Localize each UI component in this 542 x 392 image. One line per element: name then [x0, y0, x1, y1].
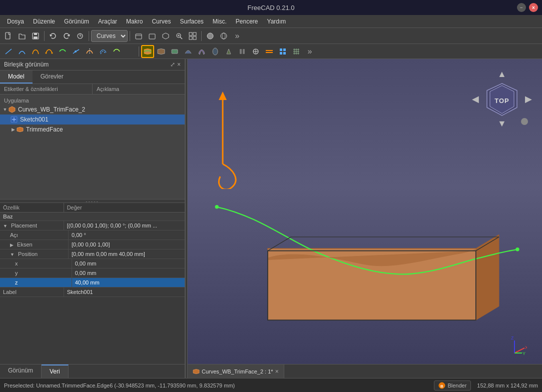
refresh-button[interactable]: [74, 30, 87, 42]
svg-line-20: [6, 49, 12, 54]
view-back[interactable]: [146, 30, 159, 42]
menu-yardim[interactable]: Yardım: [263, 17, 290, 26]
prop-row-y[interactable]: y 0,00 mm: [0, 268, 185, 278]
menu-araclar[interactable]: Araçlar: [94, 17, 121, 26]
svg-point-17: [207, 33, 213, 39]
viewport-tab-trimface[interactable]: Curves_WB_TrimFace_2 : 1* ×: [188, 364, 284, 378]
prop-value-position: [0,00 mm 0,00 mm 40,00 mm]: [69, 250, 185, 258]
nav-cube-label[interactable]: TOP: [494, 97, 509, 104]
curve-extend[interactable]: [56, 45, 69, 58]
zoom-all[interactable]: [173, 30, 186, 42]
new-button[interactable]: [2, 30, 15, 42]
menu-makro[interactable]: Makro: [122, 17, 147, 26]
prop-row-label[interactable]: Label Sketch001: [0, 288, 185, 297]
svg-point-18: [221, 33, 227, 39]
svg-text:X: X: [525, 345, 527, 350]
view-tb-2[interactable]: [249, 45, 262, 58]
selection-view[interactable]: [186, 30, 199, 42]
tree-label-sketch001: Sketch001: [20, 116, 49, 123]
workbench-selector[interactable]: Curves: [91, 30, 128, 42]
tree-arrow-trimmed: ▶: [10, 127, 16, 132]
curve-line[interactable]: [2, 45, 15, 58]
redo-button[interactable]: [60, 30, 73, 42]
panel-splitter[interactable]: -----: [0, 199, 185, 203]
trimface-tab-icon: [193, 368, 200, 375]
surface-loft[interactable]: [222, 45, 235, 58]
prop-row-eksen[interactable]: ▶ Eksen [0,00 0,00 1,00]: [0, 240, 185, 250]
btm-tab-gorunum[interactable]: Görünüm: [0, 364, 42, 378]
menu-gorunum[interactable]: Görünüm: [60, 17, 93, 26]
menu-pencere[interactable]: Pencere: [232, 17, 262, 26]
curve-offset[interactable]: [97, 45, 110, 58]
prop-value-label: Sketch001: [64, 288, 185, 296]
surface-blend[interactable]: [182, 45, 195, 58]
props-header: Özellik Değer: [0, 203, 185, 212]
menu-surfaces[interactable]: Surfaces: [176, 17, 207, 26]
surface-revolve[interactable]: [209, 45, 222, 58]
surface-fill[interactable]: [155, 45, 168, 58]
prop-row-z[interactable]: z 40,00 mm: [0, 278, 185, 288]
btm-tab-veri[interactable]: Veri: [42, 364, 69, 378]
prop-name-position: ▼ Position: [0, 250, 69, 258]
blender-icon: B: [438, 382, 445, 389]
curve-intersect[interactable]: [124, 45, 137, 58]
minimize-button[interactable]: −: [517, 3, 526, 12]
snap-grid[interactable]: [290, 45, 303, 58]
tree-item-trimface[interactable]: ▼ Curves_WB_TrimFace_2: [0, 104, 185, 114]
nav-arrow-left[interactable]: ◀: [472, 94, 479, 104]
more-curves-tools[interactable]: »: [303, 45, 316, 58]
menu-misc[interactable]: Misc.: [209, 17, 231, 26]
svg-rect-15: [189, 36, 192, 40]
tab-tasks[interactable]: Görevler: [33, 70, 72, 84]
trimface-active-button[interactable]: [141, 45, 154, 58]
save-button[interactable]: [29, 30, 42, 42]
curve-bezier[interactable]: [29, 45, 42, 58]
prop-row-placement[interactable]: ▼ Placement [(0,00 0,00 1,00); 0,00 °; (…: [0, 221, 185, 230]
titlebar: FreeCAD 0.21.0 − ×: [0, 0, 542, 15]
view-front[interactable]: [132, 30, 145, 42]
curve-nurbs[interactable]: [43, 45, 56, 58]
curve-project[interactable]: [110, 45, 123, 58]
viewport[interactable]: ▲ ▼ ◀ ▶ TOP: [188, 59, 542, 378]
prop-row-aci[interactable]: Açı 0,00 °: [0, 230, 185, 240]
view-iso[interactable]: [159, 30, 172, 42]
curve-join[interactable]: [70, 45, 83, 58]
more-tools[interactable]: »: [231, 30, 244, 42]
app-title: FreeCAD 0.21.0: [248, 4, 295, 12]
menu-dosya[interactable]: Dosya: [3, 17, 28, 26]
view-tb-3[interactable]: [263, 45, 276, 58]
surface-patch[interactable]: [168, 45, 181, 58]
wireframe-btn[interactable]: [217, 30, 230, 42]
tab-model[interactable]: Model: [0, 70, 33, 84]
tree-item-trimmedface[interactable]: ▶ TrimmedFace: [0, 124, 185, 134]
close-button[interactable]: ×: [529, 3, 538, 12]
svg-rect-13: [189, 32, 192, 36]
view-tb-1[interactable]: [236, 45, 249, 58]
viewport-dimensions: 152,88 mm x 124,92 mm: [477, 382, 538, 388]
curve-split[interactable]: [83, 45, 96, 58]
view-tb-4[interactable]: [276, 45, 289, 58]
panel-expand-button[interactable]: ⤢: [170, 61, 175, 68]
menu-duzenle[interactable]: Düzenle: [29, 17, 59, 26]
svg-rect-35: [280, 48, 282, 51]
viewport-tab-close[interactable]: ×: [275, 368, 279, 375]
prop-row-x[interactable]: x 0,00 mm: [0, 259, 185, 268]
nav-arrow-down[interactable]: ▼: [497, 118, 506, 129]
prop-name-aci: Açı: [0, 230, 69, 240]
undo-button[interactable]: [47, 30, 60, 42]
blender-indicator[interactable]: B Blender: [434, 380, 471, 390]
nav-arrow-right[interactable]: ▶: [525, 94, 532, 104]
svg-rect-38: [283, 52, 286, 54]
curve-arc[interactable]: [16, 45, 29, 58]
left-panel: Birleşik görünüm ⤢ × Model Görevler Etik…: [0, 59, 185, 378]
panel-close-button[interactable]: ×: [177, 61, 181, 68]
tree-item-sketch001[interactable]: Sketch001: [0, 114, 185, 124]
svg-rect-29: [243, 49, 245, 54]
nav-arrow-up[interactable]: ▲: [497, 69, 506, 80]
menu-curves[interactable]: Curves: [148, 17, 175, 26]
shading-btn[interactable]: [204, 30, 217, 42]
surface-sweep[interactable]: [195, 45, 208, 58]
status-right: B Blender 152,88 mm x 124,92 mm: [434, 380, 538, 390]
open-button[interactable]: [16, 30, 29, 42]
prop-row-position[interactable]: ▼ Position [0,00 mm 0,00 mm 40,00 mm]: [0, 250, 185, 259]
